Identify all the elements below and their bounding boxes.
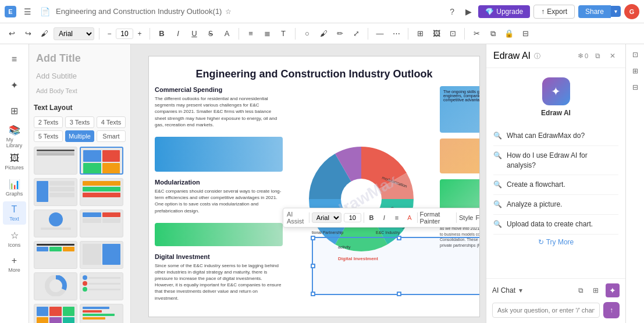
sidebar-item-more[interactable]: + More [3,253,26,276]
image-button[interactable]: 🖼 [429,27,443,41]
ft-bold[interactable]: B [367,211,377,224]
font-size-input[interactable] [116,29,133,39]
file-icon[interactable]: 📄 [38,5,51,18]
ft-style[interactable]: Style [459,214,473,221]
thumb-2[interactable] [80,147,123,175]
layout-multiple[interactable]: Multiple [65,130,94,142]
text-direction-button[interactable]: T [276,27,290,41]
sidebar-item-pages[interactable]: ≡ [3,48,26,71]
share-dropdown-button[interactable]: ▾ [611,6,621,17]
thumb-4[interactable] [80,178,123,206]
italic-button[interactable]: I [171,27,185,41]
handle-bm[interactable] [397,292,401,296]
undo-button[interactable]: ↩ [5,27,19,41]
thumb-1[interactable] [34,147,77,175]
ft-font-select[interactable]: Arial [312,212,341,223]
share-main-button[interactable]: Share [578,5,611,18]
add-body-btn[interactable]: Add Body Text [34,85,126,97]
sidebar-item-styles[interactable]: ✦ [3,73,26,97]
add-subtitle-btn[interactable]: Add Subtitle [34,69,126,83]
ai-close-icon[interactable]: ✕ [607,50,618,62]
try-more-btn[interactable]: ↻ Try More [493,235,618,250]
menu-icon[interactable]: ☰ [21,5,34,18]
align-button[interactable]: ≡ [244,27,258,41]
ft-italic[interactable]: I [379,211,389,224]
ft-format-painter[interactable]: Format Painter [419,211,454,225]
right-icon-3[interactable]: ⊟ [628,80,642,94]
play-icon[interactable]: ▶ [462,5,475,18]
ai-chat-input[interactable] [492,303,600,318]
thumb-7[interactable] [34,241,77,269]
right-icon-1[interactable]: ⊡ [628,48,642,62]
font-family-select[interactable]: Arial [54,27,94,40]
table-button[interactable]: ⊞ [413,27,427,41]
help-icon[interactable]: ? [446,5,458,18]
add-title-btn[interactable]: Add Title [34,50,126,67]
handle-lm[interactable] [311,264,315,268]
sidebar-item-pictures[interactable]: 🖼 Pictures [3,150,26,173]
export-button[interactable]: ↑ Export [533,5,575,19]
thumb-6[interactable] [80,210,123,237]
layout-4texts[interactable]: 4 Texts [97,116,126,128]
line-style2-button[interactable]: ⋯ [389,27,403,41]
more-media-button[interactable]: ⊡ [446,27,460,41]
ai-info-icon[interactable]: ⓘ [534,52,540,61]
lock-button[interactable]: 🔒 [502,27,516,41]
redo-button[interactable]: ↪ [21,27,35,41]
ft-color[interactable]: A [404,211,415,224]
thumb-3[interactable] [34,178,77,206]
shape-button[interactable]: ○ [300,27,314,41]
thumb-10[interactable] [80,272,123,300]
thumb-5[interactable] [34,210,77,237]
sidebar-item-library[interactable]: 📚 MyLibrary [3,125,26,148]
ft-fill[interactable]: Fill [475,214,480,221]
layout-5texts[interactable]: 5 Texts [34,130,63,142]
ft-size-input[interactable] [344,213,361,222]
list-button[interactable]: ≣ [260,27,274,41]
strikethrough-button[interactable]: S̶ [204,27,218,41]
layout-smart[interactable]: Smart [97,130,126,142]
increase-font-size[interactable]: + [134,29,145,39]
font-color-button[interactable]: A [220,27,234,41]
crop-button[interactable]: ✂ [469,27,483,41]
connector-button[interactable]: ⤢ [349,27,363,41]
thumb-12[interactable] [80,304,123,323]
decrease-font-size[interactable]: − [104,29,115,39]
suggestion-1[interactable]: 🔍 What can EdrawMax do? [493,126,618,146]
right-icon-2[interactable]: ⊞ [628,64,642,78]
line-style-button[interactable]: — [373,27,387,41]
handle-tl[interactable] [311,236,315,240]
star-icon[interactable]: ☆ [225,8,232,16]
suggestion-2[interactable]: 🔍 How do I use Edraw AI for analysis? [493,146,618,176]
sidebar-item-text[interactable]: T Text [3,201,26,225]
layout-3texts[interactable]: 3 Texts [65,116,94,128]
more-tools-button[interactable]: ⊟ [518,27,532,41]
upgrade-button[interactable]: 💎 Upgrade [478,5,530,18]
selection-box[interactable] [312,237,480,295]
ai-copy-action-icon[interactable]: ⧉ [574,284,587,297]
thumb-9[interactable] [34,272,77,300]
ai-send-button[interactable]: ↑ [603,302,620,318]
sidebar-item-templates[interactable]: ⊞ [3,99,26,122]
bold-button[interactable]: B [155,27,169,41]
ai-grid-icon[interactable]: ⊞ [589,284,602,297]
format-painter-button[interactable]: 🖌 [37,27,51,41]
ft-align[interactable]: ≡ [392,211,402,224]
ai-assist-label[interactable]: AI Assist [287,211,307,225]
thumb-11[interactable] [34,304,77,323]
underline-button[interactable]: U [187,27,201,41]
suggestion-4[interactable]: 🔍 Analyze a picture. [493,195,618,215]
suggestion-5[interactable]: 🔍 Upload data to create chart. [493,215,618,235]
canvas-area[interactable]: AI Assist Arial B I ≡ A Format Painter S… [131,44,486,323]
handle-bl[interactable] [311,292,315,296]
suggestion-3[interactable]: 🔍 Create a flowchart. [493,175,618,195]
sidebar-item-graphs[interactable]: 📊 Graphs [3,176,26,199]
ai-chat-dropdown-icon[interactable]: ▾ [519,286,522,294]
arrange-button[interactable]: ⧉ [486,27,500,41]
paint-button[interactable]: 🖌 [316,27,330,41]
pen-button[interactable]: ✏ [333,27,347,41]
thumb-8[interactable] [80,241,123,269]
ai-copy-icon[interactable]: ⧉ [592,50,603,62]
app-logo[interactable]: E [5,6,16,17]
user-avatar[interactable]: G [624,4,639,19]
